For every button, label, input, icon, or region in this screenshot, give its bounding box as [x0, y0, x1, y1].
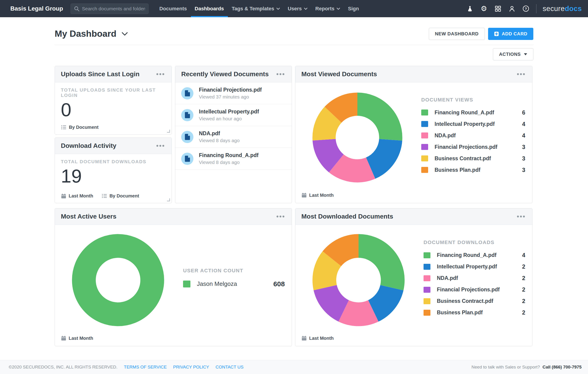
nav-utilities: ⚙ ?	[466, 4, 582, 13]
copyright-text: ©2020 SECUREDOCS, INC. ALL RIGHTS RESERV…	[9, 364, 117, 370]
chevron-down-icon	[336, 8, 340, 10]
legend-value: 3	[522, 167, 525, 173]
nav-item-dashboards[interactable]: Dashboards	[191, 0, 228, 17]
card-menu-button[interactable]	[516, 71, 526, 78]
legend-row: NDA.pdf2	[424, 275, 525, 281]
chevron-down-icon	[122, 32, 128, 36]
card-menu-button[interactable]	[155, 142, 166, 149]
nav-item-reports[interactable]: Reports	[311, 0, 344, 17]
dashboard-selector[interactable]: My Dashboard	[55, 29, 128, 39]
card-body: TOTAL DOCUMENT DOWNLOADS 19	[55, 154, 172, 193]
terms-of-service-link[interactable]: TERMS OF SERVICE	[124, 364, 167, 370]
search-input[interactable]	[82, 6, 145, 11]
by-document-label: By Document	[110, 193, 139, 198]
card-body: DOCUMENT VIEWS Financing Round_A.pdf6Int…	[295, 83, 532, 192]
metric-value: 19	[61, 167, 166, 186]
nav-item-users[interactable]: Users	[284, 0, 311, 17]
logo-docs: docs	[565, 5, 582, 13]
legend-label: Business Contract.pdf	[437, 298, 522, 304]
add-card-button[interactable]: ADD CARD	[488, 28, 533, 40]
legend-value: 4	[522, 132, 525, 139]
legend-swatch	[183, 280, 190, 287]
search-box[interactable]	[71, 3, 149, 14]
calendar-icon	[61, 193, 66, 199]
card-resize-handle[interactable]	[167, 198, 170, 201]
nav-item-label: Reports	[315, 6, 335, 12]
actions-dropdown-button[interactable]: ACTIONS	[493, 48, 533, 60]
nav-item-sign[interactable]: Sign	[344, 0, 363, 17]
chevron-down-icon	[304, 8, 307, 10]
settings-gear-icon[interactable]: ⚙	[480, 5, 488, 13]
contact-us-link[interactable]: CONTACT US	[215, 364, 243, 370]
last-month-label: Last Month	[69, 336, 93, 341]
legend-row: Jason Melgoza608	[183, 280, 285, 288]
document-downloads-donut-chart	[311, 233, 406, 327]
metric-value: 0	[61, 100, 166, 119]
list-item[interactable]: Financing Round_A.pdf Viewed 8 days ago	[175, 148, 292, 170]
nav-item-tags-templates[interactable]: Tags & Templates	[228, 0, 284, 17]
legend-value: 4	[522, 121, 525, 127]
document-views-donut-chart	[311, 92, 403, 183]
viewed-timestamp: Viewed 8 days ago	[199, 138, 240, 143]
ellipsis-icon	[280, 216, 281, 218]
card-footer: Last Month	[295, 192, 532, 203]
document-circle	[181, 87, 193, 99]
list-icon	[102, 193, 107, 199]
new-dashboard-button[interactable]: NEW DASHBOARD	[429, 28, 485, 40]
top-nav: Basis Legal Group Documents Dashboards T…	[0, 0, 588, 17]
help-icon[interactable]: ?	[522, 5, 530, 13]
by-document-filter: By Document	[61, 125, 99, 130]
calendar-icon	[301, 335, 307, 341]
legend-swatch	[424, 298, 430, 304]
list-item-text: Financing Round_A.pdf Viewed 8 days ago	[199, 152, 258, 165]
nav-item-label: Documents	[159, 6, 187, 12]
nav-item-label: Tags & Templates	[232, 6, 274, 12]
recently-viewed-documents-card: Recently Viewed Documents Financial Proj…	[175, 66, 292, 203]
by-document-filter: By Document	[102, 193, 139, 199]
list-item[interactable]: Financial Projections.pdf Viewed 37 minu…	[175, 83, 292, 104]
card-menu-button[interactable]	[155, 71, 166, 78]
caret-down-icon	[524, 53, 527, 55]
calendar-icon	[301, 192, 307, 198]
legend-swatch	[421, 121, 428, 127]
chevron-down-icon	[276, 8, 280, 10]
legend-label: Business Contract.pdf	[435, 156, 522, 162]
card-footer: Last Month	[295, 335, 532, 346]
nav-item-documents[interactable]: Documents	[156, 0, 191, 17]
uploads-since-last-login-card: Uploads Since Last Login TOTAL UPLOADS S…	[55, 66, 172, 135]
legend-label: Business Plan.pdf	[437, 310, 522, 316]
legend-row: Financing Round_A.pdf4	[424, 252, 525, 259]
user-icon[interactable]	[508, 5, 516, 13]
ellipsis-icon	[159, 73, 161, 75]
by-document-label: By Document	[69, 125, 99, 130]
card-resize-handle[interactable]	[167, 130, 170, 133]
legend-label: Financial Projections.pdf	[435, 144, 522, 150]
apps-grid-icon[interactable]	[494, 5, 502, 13]
svg-text:?: ?	[525, 7, 527, 10]
page-title: My Dashboard	[55, 29, 116, 39]
last-month-filter: Last Month	[61, 335, 286, 341]
legend-label: Intellectual Property.pdf	[437, 264, 522, 270]
list-item-text: Intellectual Property.pdf Viewed an hour…	[199, 109, 259, 122]
user-action-donut-chart	[71, 233, 165, 327]
card-menu-button[interactable]	[275, 213, 286, 220]
legend-row: Business Plan.pdf3	[421, 167, 525, 173]
card-footer: By Document	[55, 125, 172, 134]
card-menu-button[interactable]	[516, 213, 526, 220]
legend-label: NDA.pdf	[435, 133, 522, 139]
document-icon	[185, 90, 190, 96]
page-header: My Dashboard NEW DASHBOARD ADD CARD	[55, 27, 533, 40]
ellipsis-icon	[520, 216, 522, 218]
card-menu-button[interactable]	[275, 71, 286, 78]
card-title: Download Activity	[61, 142, 116, 149]
legend-row: Business Contract.pdf2	[424, 298, 525, 304]
card-footer: Last Month	[55, 335, 292, 346]
list-item-text: NDA.pdf Viewed 8 days ago	[199, 130, 240, 143]
main-nav: Documents Dashboards Tags & Templates Us…	[156, 0, 363, 17]
privacy-policy-link[interactable]: PRIVACY POLICY	[173, 364, 209, 370]
list-item[interactable]: NDA.pdf Viewed 8 days ago	[175, 126, 292, 148]
securedocs-logo[interactable]: securedocs	[543, 5, 582, 13]
list-item[interactable]: Intellectual Property.pdf Viewed an hour…	[175, 104, 292, 126]
lab-flask-icon[interactable]	[466, 5, 474, 13]
legend-value: 3	[522, 155, 525, 162]
